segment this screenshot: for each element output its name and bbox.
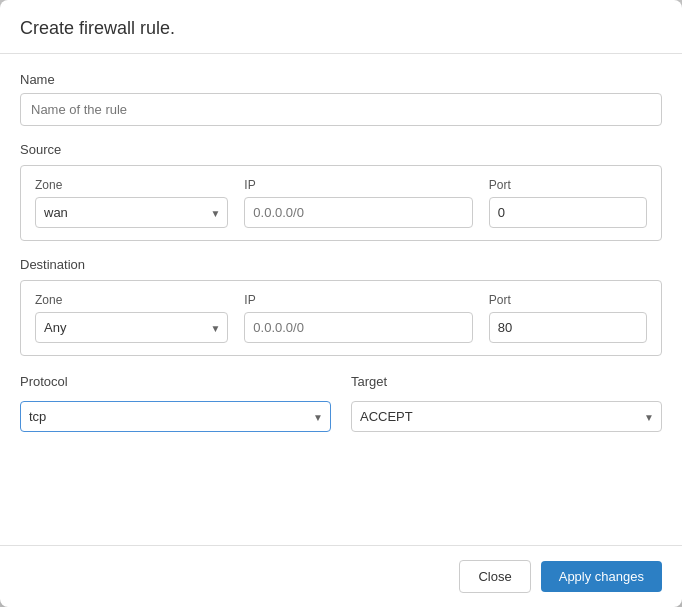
target-field: Target ACCEPT DROP REJECT ▼ bbox=[351, 374, 662, 432]
source-port-field: Port bbox=[489, 178, 647, 228]
source-label: Source bbox=[20, 142, 662, 157]
target-label: Target bbox=[351, 374, 662, 389]
source-ip-field: IP bbox=[244, 178, 472, 228]
destination-port-input[interactable] bbox=[489, 312, 647, 343]
name-input[interactable] bbox=[20, 93, 662, 126]
create-firewall-dialog: Create firewall rule. Name Source Zone w… bbox=[0, 0, 682, 607]
protocol-label: Protocol bbox=[20, 374, 331, 389]
destination-port-label: Port bbox=[489, 293, 647, 307]
source-zone-select[interactable]: wan lan Any bbox=[35, 197, 228, 228]
source-box: Zone wan lan Any ▼ IP Port bbox=[20, 165, 662, 241]
destination-ip-field: IP bbox=[244, 293, 472, 343]
destination-zone-select[interactable]: Any wan lan bbox=[35, 312, 228, 343]
destination-label: Destination bbox=[20, 257, 662, 272]
source-zone-select-wrapper: wan lan Any ▼ bbox=[35, 197, 228, 228]
source-zone-label: Zone bbox=[35, 178, 228, 192]
source-port-label: Port bbox=[489, 178, 647, 192]
apply-changes-button[interactable]: Apply changes bbox=[541, 561, 662, 592]
source-port-input[interactable] bbox=[489, 197, 647, 228]
source-ip-input[interactable] bbox=[244, 197, 472, 228]
destination-zone-select-wrapper: Any wan lan ▼ bbox=[35, 312, 228, 343]
dialog-title: Create firewall rule. bbox=[20, 18, 662, 39]
destination-port-field: Port bbox=[489, 293, 647, 343]
target-select[interactable]: ACCEPT DROP REJECT bbox=[351, 401, 662, 432]
source-zone-field: Zone wan lan Any ▼ bbox=[35, 178, 228, 228]
source-ip-label: IP bbox=[244, 178, 472, 192]
destination-zone-field: Zone Any wan lan ▼ bbox=[35, 293, 228, 343]
protocol-field: Protocol tcp udp icmp all ▼ bbox=[20, 374, 331, 432]
destination-ip-label: IP bbox=[244, 293, 472, 307]
name-label: Name bbox=[20, 72, 662, 87]
dialog-body: Name Source Zone wan lan Any ▼ IP bbox=[0, 54, 682, 545]
close-button[interactable]: Close bbox=[459, 560, 530, 593]
target-select-wrapper: ACCEPT DROP REJECT ▼ bbox=[351, 401, 662, 432]
dialog-footer: Close Apply changes bbox=[0, 545, 682, 607]
destination-zone-label: Zone bbox=[35, 293, 228, 307]
destination-box: Zone Any wan lan ▼ IP Port bbox=[20, 280, 662, 356]
protocol-target-row: Protocol tcp udp icmp all ▼ Target ACCEP… bbox=[20, 374, 662, 432]
destination-ip-input[interactable] bbox=[244, 312, 472, 343]
dialog-header: Create firewall rule. bbox=[0, 0, 682, 54]
protocol-select[interactable]: tcp udp icmp all bbox=[20, 401, 331, 432]
protocol-select-wrapper: tcp udp icmp all ▼ bbox=[20, 401, 331, 432]
